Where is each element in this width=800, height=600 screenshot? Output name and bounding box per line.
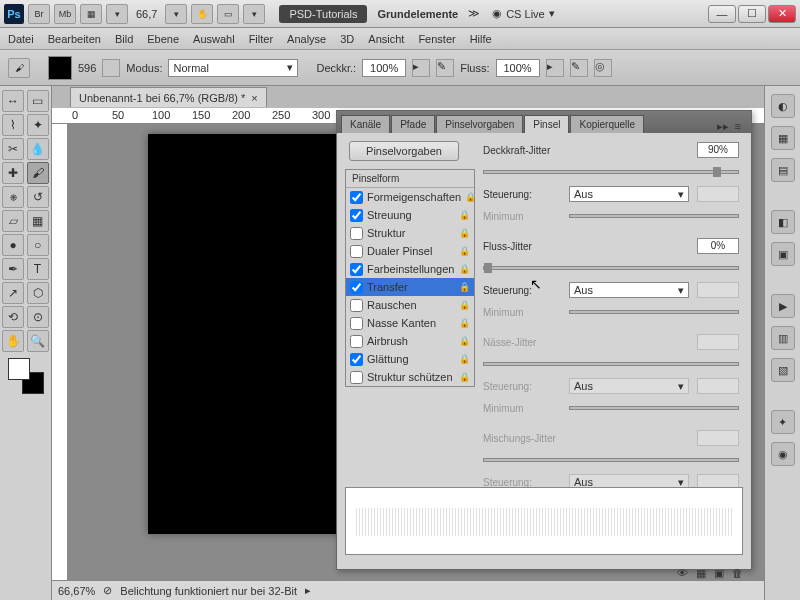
crop-tool[interactable]: ✂ [2,138,24,160]
lock-icon[interactable]: 🔒 [459,336,470,346]
minimize-button[interactable]: — [708,5,736,23]
pen-tool[interactable]: ✒ [2,258,24,280]
dodge-tool[interactable]: ○ [27,234,49,256]
tablet-pressure[interactable]: ◎ [594,59,612,77]
view-extras-button[interactable]: ▦ [80,4,102,24]
3d-tool[interactable]: ⟲ [2,306,24,328]
screen-mode-button[interactable]: ▭ [217,4,239,24]
lock-icon[interactable]: 🔒 [459,228,470,238]
menu-ansicht[interactable]: Ansicht [368,33,404,45]
lock-icon[interactable]: 🔒 [459,318,470,328]
layers-panel-icon[interactable]: ▶ [771,294,795,318]
3d-camera-tool[interactable]: ⊙ [27,306,49,328]
workspace-grundelemente[interactable]: Grundelemente [377,8,458,20]
history-brush-tool[interactable]: ↺ [27,186,49,208]
brush-option-checkbox[interactable] [350,191,363,204]
color-swatches[interactable] [8,358,44,394]
lock-icon[interactable]: 🔒 [459,246,470,256]
masks-panel-icon[interactable]: ▣ [771,242,795,266]
arrange-button[interactable]: ▾ [106,4,128,24]
workspace-more-icon[interactable]: ≫ [468,7,480,20]
menu-datei[interactable]: Datei [8,33,34,45]
status-arrow-icon[interactable]: ▸ [305,584,311,597]
menu-auswahl[interactable]: Auswahl [193,33,235,45]
bridge-button[interactable]: Br [28,4,50,24]
close-button[interactable]: ✕ [768,5,796,23]
tab-kanaele[interactable]: Kanäle [341,115,390,133]
brush-option-checkbox[interactable] [350,299,363,312]
brush-option-checkbox[interactable] [350,245,363,258]
stamp-tool[interactable]: ⎈ [2,186,24,208]
brush-panel-toggle[interactable] [102,59,120,77]
menu-hilfe[interactable]: Hilfe [470,33,492,45]
brush-option-9[interactable]: Glättung🔒 [346,350,474,368]
brush-tool-icon[interactable]: 🖌 [8,58,30,78]
status-zoom[interactable]: 66,67% [58,585,95,597]
flow-jitter-slider[interactable] [483,266,739,270]
flow-arrow[interactable]: ▸ [546,59,564,77]
brush-preview[interactable] [48,56,72,80]
brush-tool[interactable]: 🖌 [27,162,49,184]
brush-option-7[interactable]: Nasse Kanten🔒 [346,314,474,332]
lock-icon[interactable]: 🔒 [459,264,470,274]
trash-icon[interactable]: 🗑 [732,567,743,579]
workspace-psd-tutorials[interactable]: PSD-Tutorials [279,5,367,23]
brush-option-6[interactable]: Rauschen🔒 [346,296,474,314]
styles-panel-icon[interactable]: ▤ [771,158,795,182]
menu-bild[interactable]: Bild [115,33,133,45]
menu-3d[interactable]: 3D [340,33,354,45]
heal-tool[interactable]: ✚ [2,162,24,184]
panel-collapse-icon[interactable]: ▸▸ [717,120,729,133]
menu-fenster[interactable]: Fenster [418,33,455,45]
channels-panel-icon[interactable]: ▥ [771,326,795,350]
hand-button[interactable]: ✋ [191,4,213,24]
brush-option-1[interactable]: Streuung🔒 [346,206,474,224]
opacity-control-select[interactable]: Aus▾ [569,186,689,202]
hand-tool[interactable]: ✋ [2,330,24,352]
menu-filter[interactable]: Filter [249,33,273,45]
brush-option-10[interactable]: Struktur schützen🔒 [346,368,474,386]
zoom-dropdown[interactable]: ▾ [165,4,187,24]
blend-mode-select[interactable]: Normal▾ [168,59,298,77]
opacity-jitter-slider[interactable] [483,170,739,174]
minibridge-button[interactable]: Mb [54,4,76,24]
eraser-tool[interactable]: ▱ [2,210,24,232]
gradient-tool[interactable]: ▦ [27,210,49,232]
opacity-pressure[interactable]: ✎ [436,59,454,77]
wand-tool[interactable]: ✦ [27,114,49,136]
menu-analyse[interactable]: Analyse [287,33,326,45]
color-panel-icon[interactable]: ◐ [771,94,795,118]
menu-bearbeiten[interactable]: Bearbeiten [48,33,101,45]
close-tab-icon[interactable]: × [251,92,257,104]
document-canvas[interactable] [148,134,343,534]
flow-control-select[interactable]: Aus▾ [569,282,689,298]
lock-icon[interactable]: 🔒 [459,372,470,382]
toggle-preview-icon[interactable]: 👁 [677,567,688,579]
lock-icon[interactable]: 🔒 [459,354,470,364]
flow-field[interactable]: 100% [496,59,540,77]
brush-option-checkbox[interactable] [350,263,363,276]
brush-option-checkbox[interactable] [350,371,363,384]
adjustments-panel-icon[interactable]: ◧ [771,210,795,234]
shape-tool[interactable]: ⬡ [27,282,49,304]
paths-panel-icon[interactable]: ▧ [771,358,795,382]
new-preset-icon[interactable]: ▦ [696,567,706,580]
opacity-jitter-value[interactable]: 90% [697,142,739,158]
swatches-panel-icon[interactable]: ▦ [771,126,795,150]
document-tab[interactable]: Unbenannt-1 bei 66,7% (RGB/8) * × [70,87,267,107]
blur-tool[interactable]: ● [2,234,24,256]
cslive-button[interactable]: ◉ CS Live ▾ [492,7,555,20]
brush-option-0[interactable]: Formeigenschaften🔒 [346,188,474,206]
brush-option-checkbox[interactable] [350,353,363,366]
flow-jitter-value[interactable]: 0% [697,238,739,254]
maximize-button[interactable]: ☐ [738,5,766,23]
brush-option-2[interactable]: Struktur🔒 [346,224,474,242]
opacity-arrow[interactable]: ▸ [412,59,430,77]
airbrush-toggle[interactable]: ✎ [570,59,588,77]
lock-icon[interactable]: 🔒 [459,282,470,292]
panel-menu-icon[interactable]: ≡ [735,120,741,133]
brush-option-checkbox[interactable] [350,317,363,330]
path-tool[interactable]: ↗ [2,282,24,304]
brush-option-3[interactable]: Dualer Pinsel🔒 [346,242,474,260]
marquee-tool[interactable]: ▭ [27,90,49,112]
